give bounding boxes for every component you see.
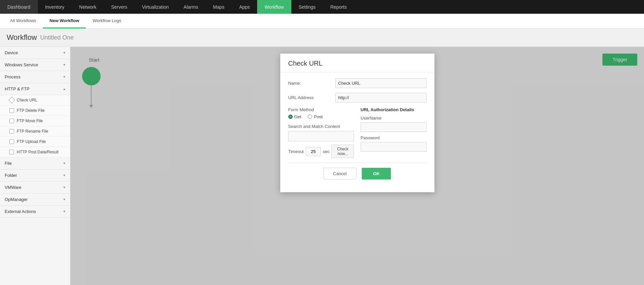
chevron-down-icon: ▾	[63, 63, 65, 67]
modal-title: Check URL	[288, 60, 323, 67]
chevron-down-icon: ▾	[63, 173, 65, 177]
nav-servers[interactable]: Servers	[104, 0, 134, 14]
nav-virtualization[interactable]: Virtualization	[135, 0, 176, 14]
square-icon	[9, 129, 14, 134]
password-section: Password	[361, 135, 426, 152]
nav-inventory[interactable]: Inventory	[38, 0, 72, 14]
form-method-row: Form Method Get Post	[288, 107, 354, 119]
post-radio-label[interactable]: Post	[308, 114, 323, 119]
radio-group: Get Post	[288, 114, 354, 119]
name-input[interactable]	[335, 78, 426, 88]
name-label: Name:	[288, 81, 335, 86]
chevron-down-icon: ▾	[63, 51, 65, 55]
password-input[interactable]	[361, 142, 426, 152]
sidebar-item-http-post[interactable]: HTTP Post Data/Result	[0, 147, 70, 157]
check-url-modal: Check URL Name: URL Address	[280, 54, 434, 192]
nav-apps[interactable]: Apps	[232, 0, 257, 14]
sidebar-item-ftp-upload-file[interactable]: FTP Upload File	[0, 137, 70, 147]
two-column-section: Form Method Get Post	[288, 107, 426, 158]
modal-divider	[288, 163, 426, 163]
url-row: URL Address	[288, 93, 426, 102]
chevron-down-icon: ▾	[63, 161, 65, 165]
cancel-button[interactable]: Cancel	[324, 168, 356, 180]
url-label: URL Address	[288, 95, 335, 100]
auth-title: URL Authorization Details	[361, 107, 426, 112]
sidebar-category-file[interactable]: File ▾	[0, 157, 70, 169]
sidebar-category-external-actions[interactable]: External Actions ▾	[0, 206, 70, 218]
subnav-new-workflow[interactable]: New Workflow	[43, 14, 86, 28]
sidebar-item-ftp-move-file[interactable]: FTP Move File	[0, 116, 70, 126]
main-layout: Device ▾ Windows Service ▾ Process ▾ HTT…	[0, 47, 644, 285]
search-match-section: Search and Match Content	[288, 124, 354, 141]
timeout-input[interactable]	[306, 147, 321, 156]
nav-workflow[interactable]: Workflow	[257, 0, 291, 14]
post-radio[interactable]	[308, 115, 312, 119]
subnav-all-workflows[interactable]: All Workflows	[3, 14, 43, 28]
post-label: Post	[314, 114, 323, 119]
chevron-down-icon: ▾	[63, 209, 65, 214]
sidebar-item-ftp-upload-file-label: FTP Upload File	[17, 139, 46, 144]
timeout-row: Timeout sec Check now...	[288, 145, 354, 158]
chevron-up-icon: ▴	[63, 87, 65, 91]
nav-network[interactable]: Network	[72, 0, 104, 14]
sidebar-item-ftp-rename-file[interactable]: FTP Rename File	[0, 126, 70, 137]
left-column: Form Method Get Post	[288, 107, 354, 158]
search-match-label: Search and Match Content	[288, 124, 354, 129]
page-title: Workflow	[7, 33, 37, 42]
sec-label: sec	[323, 149, 330, 154]
page-header: Workflow Untitled One	[0, 28, 644, 47]
sidebar-item-http-post-label: HTTP Post Data/Result	[17, 150, 59, 154]
username-input[interactable]	[361, 122, 426, 132]
sidebar-category-vmware[interactable]: VMWare ▾	[0, 182, 70, 194]
chevron-down-icon: ▾	[63, 75, 65, 79]
password-label: Password	[361, 135, 426, 140]
username-section: UserName	[361, 116, 426, 132]
sidebar-category-opmanager-label: OpManager	[5, 197, 28, 202]
nav-settings[interactable]: Settings	[291, 0, 323, 14]
get-radio-label[interactable]: Get	[288, 114, 301, 119]
sidebar-category-folder[interactable]: Folder ▾	[0, 169, 70, 182]
get-radio[interactable]	[288, 115, 293, 119]
get-label: Get	[294, 114, 301, 119]
modal-footer: Cancel OK	[288, 168, 426, 186]
workflow-canvas[interactable]: Start Trigger Check URL Name:	[70, 47, 644, 285]
sidebar-category-device[interactable]: Device ▾	[0, 47, 70, 59]
sidebar-category-process[interactable]: Process ▾	[0, 71, 70, 83]
chevron-down-icon: ▾	[63, 185, 65, 190]
ok-button[interactable]: OK	[362, 168, 391, 180]
nav-alarms[interactable]: Alarms	[176, 0, 206, 14]
sidebar-item-ftp-delete-file-label: FTP Delete File	[17, 108, 45, 113]
url-input[interactable]	[335, 93, 426, 102]
nav-maps[interactable]: Maps	[206, 0, 232, 14]
modal-header: Check URL	[280, 54, 434, 72]
sidebar-category-file-label: File	[5, 161, 12, 166]
chevron-down-icon: ▾	[63, 197, 65, 202]
sidebar-category-http-ftp-label: HTTP & FTP	[5, 86, 30, 91]
form-method-label: Form Method	[288, 107, 354, 112]
sub-navigation: All Workflows New Workflow Workflow Logs	[0, 14, 644, 28]
search-match-input[interactable]	[288, 131, 354, 141]
sidebar-item-ftp-rename-file-label: FTP Rename File	[17, 129, 48, 134]
nav-reports[interactable]: Reports	[323, 0, 354, 14]
sidebar-category-http-ftp[interactable]: HTTP & FTP ▴	[0, 83, 70, 95]
square-icon	[9, 139, 14, 144]
subnav-workflow-logs[interactable]: Workflow Logs	[86, 14, 128, 28]
modal-body: Name: URL Address Form	[280, 72, 434, 192]
name-row: Name:	[288, 78, 426, 88]
nav-dashboard[interactable]: Dashboard	[0, 0, 38, 14]
sidebar-item-ftp-move-file-label: FTP Move File	[17, 119, 43, 123]
sidebar-item-check-url[interactable]: Check URL	[0, 95, 70, 105]
right-column: URL Authorization Details UserName Passw…	[361, 107, 426, 158]
top-navigation: Dashboard Inventory Network Servers Virt…	[0, 0, 644, 14]
sidebar-category-windows-service[interactable]: Windows Service ▾	[0, 59, 70, 71]
page-subtitle: Untitled One	[40, 34, 74, 41]
sidebar-item-check-url-label: Check URL	[17, 98, 37, 102]
check-now-button[interactable]: Check now...	[332, 145, 354, 158]
sidebar-category-external-actions-label: External Actions	[5, 209, 36, 214]
sidebar-item-ftp-delete-file[interactable]: FTP Delete File	[0, 105, 70, 116]
sidebar-category-opmanager[interactable]: OpManager ▾	[0, 194, 70, 206]
square-icon	[9, 108, 14, 113]
modal-overlay: Check URL Name: URL Address	[70, 47, 644, 285]
username-label: UserName	[361, 116, 426, 121]
sidebar: Device ▾ Windows Service ▾ Process ▾ HTT…	[0, 47, 70, 285]
